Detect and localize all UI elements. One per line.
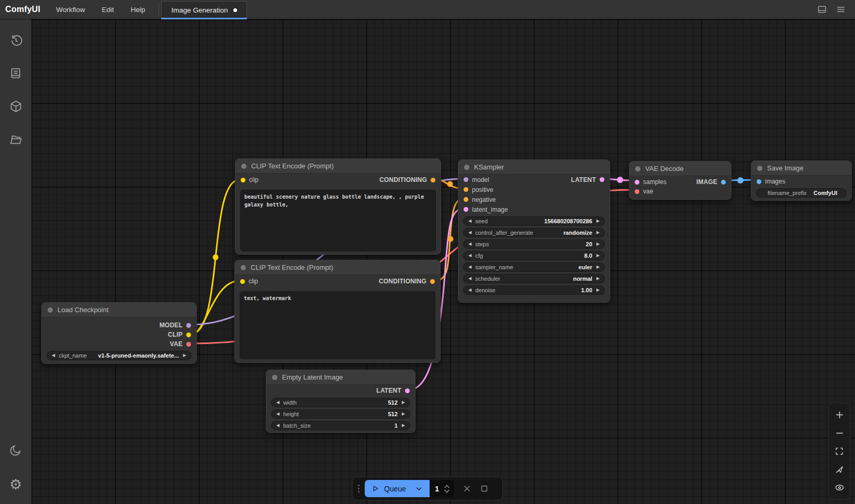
workflow-tab[interactable]: Image Generation bbox=[161, 1, 246, 19]
node-load-checkpoint[interactable]: Load Checkpoint MODEL CLIP VAE ◀ ckpt_na… bbox=[41, 302, 197, 364]
widget-sampler-name[interactable]: ◀ sampler_name euler ▶ bbox=[463, 262, 605, 272]
widget-filename-prefix[interactable]: filename_prefix ComfyUI bbox=[756, 188, 847, 198]
port-latent-image-input[interactable] bbox=[464, 207, 468, 212]
node-vae-decode[interactable]: VAE Decode samples IMAGE vae bbox=[629, 161, 732, 200]
fit-view-button[interactable] bbox=[833, 445, 846, 457]
widget-scheduler[interactable]: ◀ scheduler normal ▶ bbox=[463, 274, 605, 283]
node-ksampler[interactable]: KSampler model LATENT positive negative … bbox=[458, 159, 610, 303]
history-icon[interactable] bbox=[0, 28, 31, 52]
widget-ckpt-name[interactable]: ◀ ckpt_name v1-5-pruned-emaonly.safete..… bbox=[47, 351, 192, 360]
widget-steps[interactable]: ◀ steps 20 ▶ bbox=[463, 239, 605, 249]
collapse-dot-icon[interactable] bbox=[757, 166, 762, 171]
arrow-right-icon[interactable]: ▶ bbox=[597, 265, 600, 269]
arrow-right-icon[interactable]: ▶ bbox=[597, 288, 600, 292]
negative-prompt-textarea[interactable]: text, watermark bbox=[240, 291, 435, 359]
node-title-bar[interactable]: CLIP Text Encode (Prompt) bbox=[235, 260, 440, 275]
stepper-up-icon[interactable] bbox=[444, 485, 450, 488]
drag-handle[interactable] bbox=[358, 485, 359, 492]
queue-button[interactable]: Queue bbox=[365, 480, 430, 497]
select-mode-button[interactable] bbox=[833, 463, 846, 476]
port-model-output[interactable] bbox=[186, 323, 191, 328]
port-images-input[interactable] bbox=[757, 179, 761, 184]
port-negative-input[interactable] bbox=[464, 197, 468, 202]
menu-icon[interactable] bbox=[835, 4, 847, 15]
workflows-folder-icon[interactable] bbox=[0, 127, 31, 151]
widget-batch-size[interactable]: ◀ batch_size 1 ▶ bbox=[271, 421, 410, 430]
collapse-dot-icon[interactable] bbox=[635, 166, 640, 171]
collapse-dot-icon[interactable] bbox=[464, 165, 469, 170]
arrow-right-icon[interactable]: ▶ bbox=[597, 219, 600, 223]
port-conditioning-output[interactable] bbox=[430, 279, 435, 284]
port-latent-output[interactable] bbox=[405, 388, 410, 393]
arrow-left-icon[interactable]: ◀ bbox=[468, 242, 471, 246]
zoom-out-button[interactable] bbox=[833, 427, 846, 439]
port-conditioning-output[interactable] bbox=[431, 178, 435, 182]
widget-denoise[interactable]: ◀ denoise 1.00 ▶ bbox=[463, 285, 605, 295]
menu-item-help[interactable]: Help bbox=[122, 0, 154, 19]
widget-height[interactable]: ◀ height 512 ▶ bbox=[271, 409, 410, 419]
node-title-bar[interactable]: KSampler bbox=[458, 160, 610, 175]
arrow-right-icon[interactable]: ▶ bbox=[183, 353, 186, 358]
arrow-left-icon[interactable]: ◀ bbox=[468, 277, 471, 281]
menu-item-workflow[interactable]: Workflow bbox=[48, 0, 93, 19]
port-model-input[interactable] bbox=[464, 177, 468, 182]
arrow-left-icon[interactable]: ◀ bbox=[276, 400, 279, 405]
arrow-right-icon[interactable]: ▶ bbox=[597, 277, 600, 281]
arrow-right-icon[interactable]: ▶ bbox=[597, 254, 600, 258]
workflow-tab-label: Image Generation bbox=[171, 6, 228, 14]
stop-button[interactable] bbox=[480, 484, 489, 493]
menu-item-edit[interactable]: Edit bbox=[93, 0, 122, 19]
node-save-image[interactable]: Save Image images filename_prefix ComfyU… bbox=[751, 161, 852, 201]
node-graph-canvas[interactable] bbox=[31, 19, 855, 504]
node-title-bar[interactable]: Load Checkpoint bbox=[42, 303, 196, 317]
node-title-bar[interactable]: VAE Decode bbox=[629, 162, 731, 176]
arrow-right-icon[interactable]: ▶ bbox=[402, 400, 405, 405]
collapse-dot-icon[interactable] bbox=[272, 375, 277, 380]
positive-prompt-textarea[interactable]: beautiful scenery nature glass bottle la… bbox=[240, 190, 436, 251]
bottom-panel-icon[interactable] bbox=[816, 4, 828, 15]
collapse-dot-icon[interactable] bbox=[241, 164, 246, 169]
port-vae-input[interactable] bbox=[635, 189, 639, 194]
arrow-left-icon[interactable]: ◀ bbox=[52, 353, 55, 358]
node-title-bar[interactable]: Save Image bbox=[751, 161, 851, 176]
port-image-output[interactable] bbox=[721, 180, 726, 185]
arrow-right-icon[interactable]: ▶ bbox=[402, 423, 405, 428]
theme-moon-icon[interactable] bbox=[0, 438, 31, 462]
clear-queue-button[interactable] bbox=[463, 484, 471, 493]
arrow-left-icon[interactable]: ◀ bbox=[468, 254, 471, 258]
node-library-icon[interactable] bbox=[0, 61, 31, 85]
arrow-left-icon[interactable]: ◀ bbox=[468, 219, 471, 223]
node-clip-text-encode-positive[interactable]: CLIP Text Encode (Prompt) clip CONDITION… bbox=[235, 158, 441, 255]
port-latent-output[interactable] bbox=[600, 177, 604, 182]
node-title-bar[interactable]: CLIP Text Encode (Prompt) bbox=[235, 159, 441, 174]
arrow-right-icon[interactable]: ▶ bbox=[402, 412, 405, 416]
port-clip-input[interactable] bbox=[240, 279, 245, 284]
zoom-in-button[interactable] bbox=[833, 409, 846, 421]
node-clip-text-encode-negative[interactable]: CLIP Text Encode (Prompt) clip CONDITION… bbox=[234, 260, 441, 363]
widget-width[interactable]: ◀ width 512 ▶ bbox=[271, 398, 410, 407]
port-samples-input[interactable] bbox=[635, 180, 639, 185]
arrow-left-icon[interactable]: ◀ bbox=[468, 231, 471, 235]
arrow-left-icon[interactable]: ◀ bbox=[276, 423, 279, 428]
widget-seed[interactable]: ◀ seed 156680208700286 ▶ bbox=[463, 216, 605, 226]
settings-gear-icon[interactable]: ⚙ bbox=[0, 473, 31, 497]
port-positive-input[interactable] bbox=[464, 187, 468, 192]
stepper-down-icon[interactable] bbox=[444, 489, 450, 493]
widget-cfg[interactable]: ◀ cfg 8.0 ▶ bbox=[463, 251, 605, 260]
arrow-right-icon[interactable]: ▶ bbox=[597, 242, 600, 246]
port-clip-output[interactable] bbox=[186, 333, 191, 337]
arrow-right-icon[interactable]: ▶ bbox=[597, 231, 600, 235]
model-library-icon[interactable] bbox=[0, 94, 31, 118]
node-empty-latent-image[interactable]: Empty Latent Image LATENT ◀ width 512 ▶ … bbox=[266, 370, 415, 433]
collapse-dot-icon[interactable] bbox=[241, 265, 246, 270]
batch-count-input[interactable]: 1 bbox=[430, 480, 454, 497]
port-vae-output[interactable] bbox=[186, 342, 191, 347]
arrow-left-icon[interactable]: ◀ bbox=[468, 288, 471, 292]
port-clip-input[interactable] bbox=[241, 178, 245, 182]
toggle-link-visibility-button[interactable] bbox=[833, 481, 846, 494]
widget-control-after-generate[interactable]: ◀ control_after_generate randomize ▶ bbox=[463, 228, 605, 237]
node-title-bar[interactable]: Empty Latent Image bbox=[266, 370, 415, 385]
collapse-dot-icon[interactable] bbox=[48, 307, 53, 313]
arrow-left-icon[interactable]: ◀ bbox=[276, 412, 279, 416]
arrow-left-icon[interactable]: ◀ bbox=[468, 265, 471, 269]
